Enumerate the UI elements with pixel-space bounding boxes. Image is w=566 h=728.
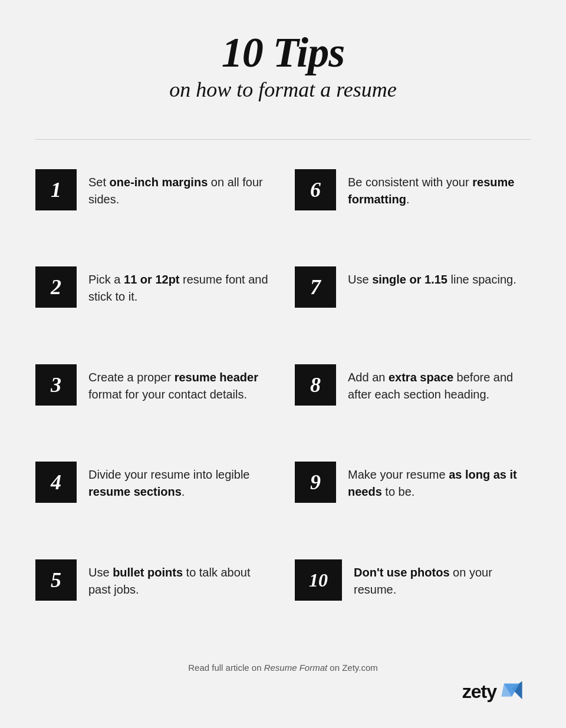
tip-text-5: Use bullet points to talk about past job… [88,559,271,598]
divider [35,139,531,140]
tip-number-1: 1 [35,169,77,210]
tip-text-4: Divide your resume into legible resume s… [88,462,271,500]
tip-text-9: Make your resume as long as it needs to … [348,462,531,500]
tip-text-2: Pick a 11 or 12pt resume font and stick … [88,266,271,305]
header-subtitle: on how to format a resume [169,76,397,104]
tip-item-10: 10 Don't use photos on your resume. [295,548,531,645]
tip-item-7: 7 Use single or 1.15 line spacing. [295,255,531,352]
tip-text-1: Set one-inch margins on all four sides. [88,169,271,208]
tip-number-2: 2 [35,266,77,308]
tip-item-1: 1 Set one-inch margins on all four sides… [35,157,271,255]
tip-text-6: Be consistent with your resume formattin… [348,169,531,208]
tip-item-4: 4 Divide your resume into legible resume… [35,450,271,547]
page: 10 Tips on how to format a resume 1 Set … [0,0,566,728]
tip-item-5: 5 Use bullet points to talk about past j… [35,548,271,645]
tip-item-3: 3 Create a proper resume header format f… [35,353,271,450]
tip-item-8: 8 Add an extra space before and after ea… [295,353,531,450]
zety-logo: zety [462,678,525,704]
footer: Read full article on Resume Format on Ze… [35,645,531,704]
tip-number-4: 4 [35,462,77,503]
tip-item-9: 9 Make your resume as long as it needs t… [295,450,531,547]
header-title: 10 Tips [169,29,397,76]
tip-text-8: Add an extra space before and after each… [348,364,531,403]
tips-grid: 1 Set one-inch margins on all four sides… [35,157,531,645]
tip-number-6: 6 [295,169,336,210]
tip-number-7: 7 [295,266,336,308]
tip-text-7: Use single or 1.15 line spacing. [348,266,516,288]
header: 10 Tips on how to format a resume [169,29,397,104]
zety-brand-name: zety [462,681,496,703]
footer-text: Read full article on Resume Format on Ze… [188,663,378,673]
tip-number-5: 5 [35,559,77,601]
tip-number-8: 8 [295,364,336,406]
tip-item-6: 6 Be consistent with your resume formatt… [295,157,531,255]
tip-text-3: Create a proper resume header format for… [88,364,271,403]
tip-number-10: 10 [295,559,342,601]
tip-item-2: 2 Pick a 11 or 12pt resume font and stic… [35,255,271,352]
tip-number-9: 9 [295,462,336,503]
zety-icon [499,678,525,704]
tip-text-10: Don't use photos on your resume. [354,559,531,598]
tip-number-3: 3 [35,364,77,406]
